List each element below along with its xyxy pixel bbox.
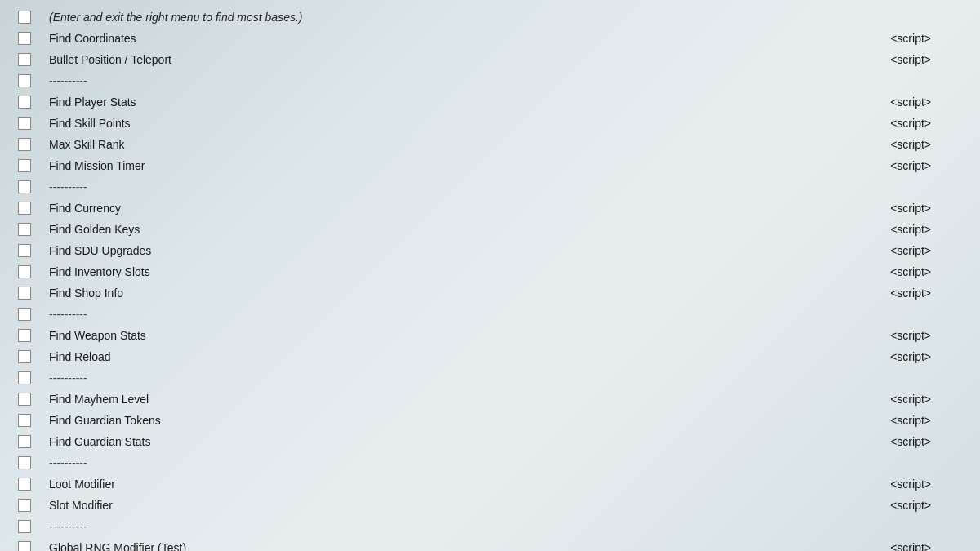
list-item-row: Find Golden Keys<script> <box>0 219 980 240</box>
checkbox-5[interactable] <box>18 117 31 130</box>
list-item-row: Find Guardian Stats<script> <box>0 431 980 452</box>
script-cell-18[interactable]: <script> <box>882 393 980 406</box>
item-label: Find Coordinates <box>49 32 882 45</box>
item-label: Find Guardian Stats <box>49 435 882 448</box>
script-cell-5[interactable]: <script> <box>882 117 980 130</box>
item-label: Find Skill Points <box>49 117 882 130</box>
checkbox-cell <box>0 456 49 469</box>
separator-row: ---------- <box>0 367 980 389</box>
script-cell-10[interactable]: <script> <box>882 223 980 236</box>
script-cell-7[interactable]: <script> <box>882 159 980 172</box>
item-label: Loot Modifier <box>49 478 882 491</box>
checkbox-cell <box>0 414 49 427</box>
script-cell-4[interactable]: <script> <box>882 96 980 109</box>
script-cell-9[interactable]: <script> <box>882 202 980 215</box>
checkbox-22[interactable] <box>18 478 31 491</box>
list-item-row: Find Inventory Slots<script> <box>0 261 980 282</box>
item-label: Find Currency <box>49 202 882 215</box>
checkbox-23[interactable] <box>18 499 31 512</box>
item-label: Global RNG Modifier (Test) <box>49 541 882 551</box>
separator-label: ---------- <box>49 74 882 87</box>
item-label: Find Golden Keys <box>49 223 882 236</box>
checkbox-14[interactable] <box>18 308 31 321</box>
checkbox-20[interactable] <box>18 435 31 448</box>
checkbox-cell <box>0 393 49 406</box>
note-row: (Enter and exit the right menu to find m… <box>0 7 980 28</box>
script-cell-2[interactable]: <script> <box>882 53 980 66</box>
checkbox-cell <box>0 244 49 257</box>
checkbox-18[interactable] <box>18 393 31 406</box>
checkbox-cell <box>0 74 49 87</box>
checkbox-7[interactable] <box>18 159 31 172</box>
main-container: (Enter and exit the right menu to find m… <box>0 0 980 551</box>
checkbox-12[interactable] <box>18 265 31 278</box>
checkbox-0[interactable] <box>18 11 31 24</box>
item-label: Find Inventory Slots <box>49 265 882 278</box>
checkbox-cell <box>0 350 49 363</box>
list-item-row: Find Skill Points<script> <box>0 113 980 134</box>
list-item-row: Find Reload<script> <box>0 346 980 367</box>
script-cell-22[interactable]: <script> <box>882 478 980 491</box>
checkbox-8[interactable] <box>18 180 31 193</box>
separator-row: ---------- <box>0 516 980 537</box>
checkbox-cell <box>0 478 49 491</box>
list-item-row: Bullet Position / Teleport<script> <box>0 49 980 70</box>
checkbox-21[interactable] <box>18 456 31 469</box>
item-label: Find Player Stats <box>49 96 882 109</box>
item-label: Max Skill Rank <box>49 138 882 151</box>
script-cell-1[interactable]: <script> <box>882 32 980 45</box>
script-cell-25[interactable]: <script> <box>882 541 980 551</box>
separator-label: ---------- <box>49 456 882 469</box>
checkbox-1[interactable] <box>18 32 31 45</box>
checkbox-cell <box>0 202 49 215</box>
script-cell-12[interactable]: <script> <box>882 265 980 278</box>
list-item-row: Max Skill Rank<script> <box>0 134 980 155</box>
script-cell-11[interactable]: <script> <box>882 244 980 257</box>
script-cell-6[interactable]: <script> <box>882 138 980 151</box>
list-item-row: Slot Modifier<script> <box>0 495 980 516</box>
item-label: Bullet Position / Teleport <box>49 53 882 66</box>
separator-row: ---------- <box>0 304 980 325</box>
list-item-row: Find Player Stats<script> <box>0 91 980 113</box>
script-cell-13[interactable]: <script> <box>882 287 980 300</box>
item-label: Find Mayhem Level <box>49 393 882 406</box>
separator-row: ---------- <box>0 176 980 198</box>
item-label: Slot Modifier <box>49 499 882 512</box>
item-label: Find Guardian Tokens <box>49 414 882 427</box>
checkbox-cell <box>0 371 49 384</box>
script-cell-15[interactable]: <script> <box>882 329 980 342</box>
checkbox-cell <box>0 308 49 321</box>
note-label: (Enter and exit the right menu to find m… <box>49 11 882 24</box>
checkbox-11[interactable] <box>18 244 31 257</box>
script-cell-20[interactable]: <script> <box>882 435 980 448</box>
checkbox-16[interactable] <box>18 350 31 363</box>
checkbox-cell <box>0 32 49 45</box>
checkbox-25[interactable] <box>18 541 31 551</box>
checkbox-19[interactable] <box>18 414 31 427</box>
checkbox-17[interactable] <box>18 371 31 384</box>
script-cell-16[interactable]: <script> <box>882 350 980 363</box>
list-item-row: Find Coordinates<script> <box>0 28 980 49</box>
checkbox-4[interactable] <box>18 96 31 109</box>
list-item-row: Find Weapon Stats<script> <box>0 325 980 346</box>
checkbox-2[interactable] <box>18 53 31 66</box>
list-item-row: Global RNG Modifier (Test)<script> <box>0 537 980 551</box>
list-item-row: Find Mayhem Level<script> <box>0 389 980 410</box>
checkbox-3[interactable] <box>18 74 31 87</box>
script-cell-19[interactable]: <script> <box>882 414 980 427</box>
checkbox-10[interactable] <box>18 223 31 236</box>
checkbox-13[interactable] <box>18 287 31 300</box>
item-label: Find Shop Info <box>49 287 882 300</box>
checkbox-24[interactable] <box>18 520 31 533</box>
item-label: Find SDU Upgrades <box>49 244 882 257</box>
checkbox-15[interactable] <box>18 329 31 342</box>
separator-label: ---------- <box>49 520 882 533</box>
checkbox-9[interactable] <box>18 202 31 215</box>
checkbox-cell <box>0 159 49 172</box>
checkbox-cell <box>0 520 49 533</box>
checkbox-6[interactable] <box>18 138 31 151</box>
item-label: Find Mission Timer <box>49 159 882 172</box>
separator-row: ---------- <box>0 452 980 473</box>
separator-label: ---------- <box>49 308 882 321</box>
script-cell-23[interactable]: <script> <box>882 499 980 512</box>
